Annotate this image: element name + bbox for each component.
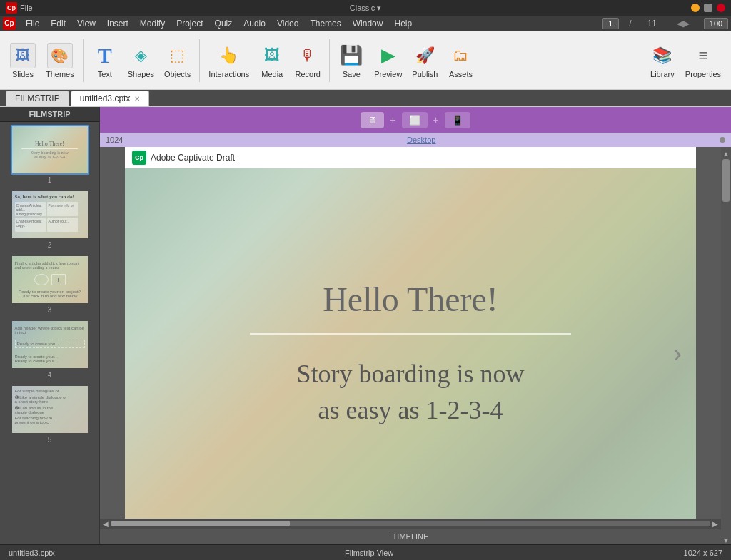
slide-thumb-1[interactable]: Hello There! Story boarding is nowas eas… <box>0 122 99 187</box>
toolbar-save[interactable]: 💾 Save <box>334 36 368 86</box>
slide-current-input[interactable]: 1 <box>602 18 619 29</box>
add-device-2[interactable]: + <box>433 114 439 126</box>
title-center: Classic ▾ <box>350 4 382 13</box>
text-label: Text <box>98 70 112 78</box>
h-scroll-thumb[interactable] <box>111 521 290 526</box>
library-icon: 📚 <box>652 46 672 65</box>
main-area: FILMSTRIP Hello There! Story boarding is… <box>0 107 731 544</box>
device-tablet-btn[interactable]: ⬜ <box>402 112 428 128</box>
device-bar: 🖥 + ⬜ + 📱 <box>100 107 731 133</box>
toolbar-library[interactable]: 📚 Library <box>645 36 680 86</box>
toolbar-slides[interactable]: 🖼 Slides <box>6 36 40 86</box>
slide-thumb-5[interactable]: For simple dialogues or ➊ Like a simple … <box>0 382 99 447</box>
close-btn[interactable] <box>717 4 725 12</box>
slide-thumb-img-2: So, here is what you can do! Charles Art… <box>11 190 89 240</box>
slide-thumb-4[interactable]: Add header where topics text can be in t… <box>0 317 99 382</box>
toolbar-divider-3 <box>329 39 330 82</box>
menu-quiz[interactable]: Quiz <box>209 17 238 30</box>
toolbar-objects[interactable]: ⬚ Objects <box>160 36 195 86</box>
shapes-label: Shapes <box>128 70 154 78</box>
slide-header-title: Adobe Captivate Draft <box>151 153 235 163</box>
media-icon: 🖼 <box>264 46 280 65</box>
captivate-logo: Cp <box>132 151 146 165</box>
filmstrip-header: FILMSTRIP <box>0 107 99 122</box>
menu-audio[interactable]: Audio <box>238 17 271 30</box>
interactions-icon: 👆 <box>219 46 238 65</box>
toolbar-properties[interactable]: ≡ Properties <box>681 36 725 86</box>
close-tab-icon[interactable]: ✕ <box>134 95 140 103</box>
menu-project[interactable]: Project <box>171 17 208 30</box>
device-desktop-btn[interactable]: 🖥 <box>361 112 384 128</box>
toolbar-media[interactable]: 🖼 Media <box>255 36 289 86</box>
scroll-up-arrow[interactable]: ▲ <box>722 150 730 158</box>
menu-file[interactable]: File <box>20 17 45 30</box>
v-scrollbar[interactable]: ▲ ▼ <box>721 147 731 544</box>
toolbar-themes[interactable]: 🎨 Themes <box>41 36 79 86</box>
menu-file[interactable]: File <box>20 4 33 12</box>
mobile-icon: 📱 <box>452 115 463 126</box>
toolbar-interactions[interactable]: 👆 Interactions <box>204 36 253 86</box>
toolbar-text[interactable]: T Text <box>88 36 122 86</box>
filmstrip-panel: FILMSTRIP Hello There! Story boarding is… <box>0 107 100 544</box>
menu-help[interactable]: Help <box>388 17 418 30</box>
tab-file[interactable]: untitled3.cptx ✕ <box>71 91 150 106</box>
status-bar: untitled3.cptx Filmstrip View 1024 x 627 <box>0 544 731 560</box>
slide-inner: Cp Adobe Captivate Draft Hello There! St… <box>125 147 696 519</box>
toolbar-preview[interactable]: ▶ Preview <box>370 36 406 86</box>
toolbar-publish[interactable]: 🚀 Publish <box>408 36 442 86</box>
toolbar: 🖼 Slides 🎨 Themes T Text ◈ Shapes ⬚ Obje… <box>0 31 731 90</box>
minimize-btn[interactable] <box>691 4 700 12</box>
tablet-icon: ⬜ <box>409 115 420 126</box>
add-device-1[interactable]: + <box>390 114 395 126</box>
desktop-icon: 🖥 <box>368 115 377 126</box>
v-scroll-thumb[interactable] <box>722 159 730 202</box>
menu-modify[interactable]: Modify <box>134 17 171 30</box>
filmstrip-scroll[interactable]: Hello There! Story boarding is nowas eas… <box>0 122 99 544</box>
slide-num-4: 4 <box>48 371 52 379</box>
file-tab-label: untitled3.cptx <box>80 93 131 103</box>
slide-thumb-2[interactable]: So, here is what you can do! Charles Art… <box>0 187 99 252</box>
slide-num-5: 5 <box>48 436 52 444</box>
slide-canvas[interactable]: Cp Adobe Captivate Draft Hello There! St… <box>100 147 721 519</box>
restore-btn[interactable] <box>704 4 712 12</box>
properties-label: Properties <box>685 70 721 78</box>
shapes-icon: ◈ <box>135 46 147 65</box>
timeline-bar[interactable]: TIMELINE <box>100 529 721 544</box>
toolbar-record[interactable]: 🎙 Record <box>291 36 325 86</box>
slide-thumb-3[interactable]: Finally, articles add click here to star… <box>0 252 99 317</box>
menu-insert[interactable]: Insert <box>101 17 134 30</box>
tab-filmstrip[interactable]: FILMSTRIP <box>6 91 69 106</box>
scroll-left-arrow[interactable]: ◀ <box>101 520 110 528</box>
slides-label: Slides <box>12 70 34 78</box>
menu-video[interactable]: Video <box>271 17 304 30</box>
save-icon: 💾 <box>340 44 363 66</box>
next-slide-arrow[interactable]: › <box>673 339 682 369</box>
slide-divider <box>250 333 571 335</box>
menu-bar: Cp File Edit View Insert Modify Project … <box>0 16 731 31</box>
h-scrollbar[interactable]: ◀ ▶ <box>100 519 721 529</box>
resize-handle <box>720 137 725 143</box>
device-mobile-btn[interactable]: 📱 <box>445 112 470 128</box>
slide-desktop-link[interactable]: Desktop <box>407 136 435 144</box>
menu-edit[interactable]: Edit <box>45 17 71 30</box>
menu-view[interactable]: View <box>71 17 101 30</box>
app-logo: Cp <box>3 17 16 30</box>
menu-themes[interactable]: Themes <box>304 17 346 30</box>
slide-header-bar: Cp Adobe Captivate Draft <box>125 147 696 168</box>
timeline-label: TIMELINE <box>393 532 429 541</box>
scroll-down-arrow[interactable]: ▼ <box>722 536 730 544</box>
slide-width-label: 1024 <box>106 136 123 144</box>
text-icon: T <box>98 44 112 68</box>
slide-label-bar: 1024 Desktop <box>100 133 731 147</box>
toolbar-assets[interactable]: 🗂 Assets <box>443 36 478 86</box>
preview-label: Preview <box>374 70 402 78</box>
app-icon: Cp <box>6 2 17 14</box>
themes-label: Themes <box>46 70 74 78</box>
slide-separator: / <box>623 17 637 30</box>
zoom-input[interactable]: 100 <box>704 18 728 29</box>
menu-window[interactable]: Window <box>347 17 389 30</box>
scroll-right-arrow[interactable]: ▶ <box>711 520 720 528</box>
assets-label: Assets <box>449 70 473 78</box>
toolbar-shapes[interactable]: ◈ Shapes <box>123 36 158 86</box>
publish-label: Publish <box>412 70 438 78</box>
